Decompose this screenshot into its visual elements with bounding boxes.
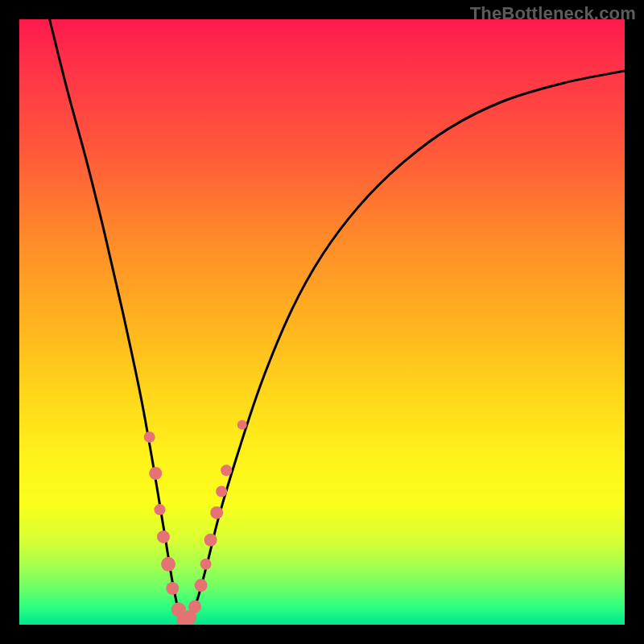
curve-marker: [216, 486, 227, 497]
curve-marker: [188, 600, 201, 613]
curve-marker: [210, 506, 223, 519]
curve-marker: [157, 530, 170, 543]
curve-marker: [221, 464, 232, 476]
curve-marker: [204, 534, 217, 547]
curve-marker: [154, 504, 165, 515]
curve-markers: [144, 420, 247, 625]
curve-marker: [161, 557, 175, 572]
curve-marker: [144, 431, 155, 443]
watermark-text: TheBottleneck.com: [470, 3, 636, 24]
curve-marker: [237, 420, 247, 430]
curve-marker: [195, 579, 208, 592]
curve-marker: [166, 582, 179, 595]
chart-plot-area: [19, 19, 625, 625]
curve-marker: [200, 559, 212, 570]
chart-svg: [19, 19, 625, 625]
bottleneck-curve: [50, 19, 625, 622]
curve-marker: [149, 467, 162, 480]
